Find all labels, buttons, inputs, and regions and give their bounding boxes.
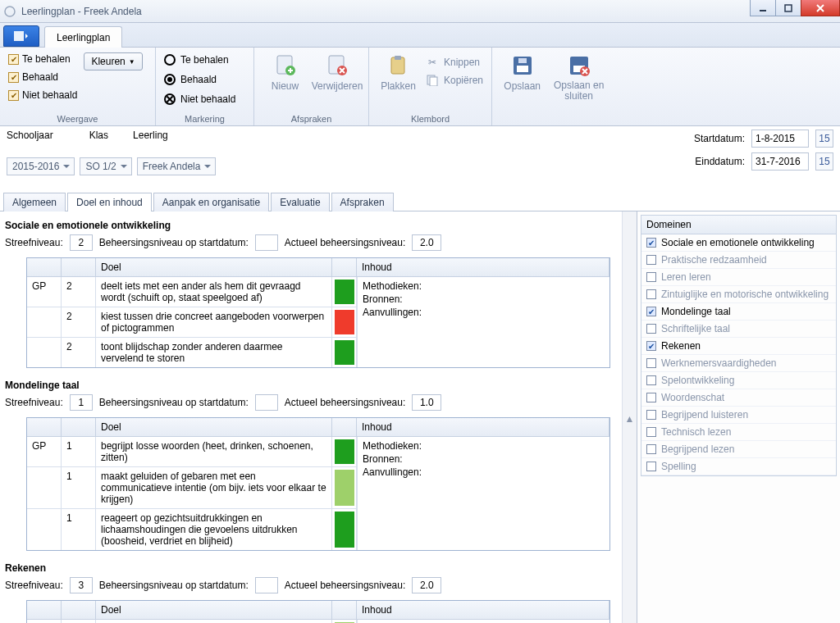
schooljaar-label: Schooljaar [7,130,53,141]
close-button[interactable] [801,0,840,16]
table-row[interactable]: 1maakt geluiden of gebaren met een commu… [27,466,357,508]
minimize-button[interactable] [750,0,776,16]
col-inhoud: Inhoud [357,418,609,436]
tab-algemeen[interactable]: Algemeen [3,193,66,211]
domein-item[interactable]: ✔Mondelinge taal [641,303,836,321]
mark-behaald[interactable]: Behaald [164,70,245,89]
actueel-value: 2.0 [412,577,441,593]
einddatum-label: Einddatum: [695,156,745,167]
tab-doel-inhoud[interactable]: Doel en inhoud [67,193,152,211]
plakken-button[interactable]: Plakken [377,51,419,92]
streefniveau-value: 1 [70,394,93,411]
table-row[interactable]: 1reageert op gezichtsuitdrukkingen en li… [27,508,357,550]
table-row[interactable]: GP2deelt iets met een ander als hem dit … [27,277,357,307]
schooljaar-combo[interactable]: 2015-2016 [7,157,75,175]
domein-item[interactable]: Schriftelijke taal [641,321,836,338]
domein-label: Spelling [661,461,696,472]
status-square [335,340,354,365]
domein-item[interactable]: Spelling [641,458,836,475]
col-inhoud: Inhoud [357,601,609,619]
verwijderen-button[interactable]: Verwijderen [314,51,360,92]
beheer-start-value[interactable] [255,234,278,251]
tab-evaluatie[interactable]: Evaluatie [271,193,329,211]
row-doel: kiest tussen drie concreet aangeboden vo… [96,307,332,337]
svg-rect-3 [14,31,24,41]
checkbox-icon [646,410,656,420]
goal-table: DoelInhoudGP1begrijpt losse woorden (hee… [26,417,610,551]
cut-icon: ✂ [426,56,439,69]
mark-te-behalen[interactable]: Te behalen [164,51,245,69]
domein-item[interactable]: Woordenschat [641,389,836,407]
domein-label: Woordenschat [661,392,724,403]
maximize-button[interactable] [775,0,801,16]
goal-table: DoelInhoudGP2deelt iets met een ander al… [26,257,610,368]
domein-item[interactable]: Technisch lezen [641,424,836,441]
group-markering-label: Markering [164,112,245,124]
filter-bar: Schooljaar Klas Leerling 2015-2016 SO 1/… [0,126,840,187]
domein-item[interactable]: ✔Rekenen [641,338,836,355]
row-doel: reageert op gezichtsuitdrukkingen en lic… [96,509,332,550]
table-row[interactable]: 2toont blijdschap zonder anderen daarmee… [27,337,357,367]
section-title: Sociale en emotionele ontwikkeling [5,220,617,231]
domein-item[interactable]: Begrijpend lezen [641,441,836,458]
checkbox-icon: ✔ [646,341,656,351]
level-row: Streefniveau:1Beheersingsniveau op start… [5,394,617,411]
section-title: Rekenen [5,562,617,574]
inhoud-cell: Methodieken:Bronnen:Aanvullingen: [357,277,609,367]
table-row[interactable]: GP3koppelt getalsymbolen tot en met 5 aa… [27,620,357,623]
beheer-start-value[interactable] [255,394,278,411]
domein-item[interactable]: Spelontwikkeling [641,372,836,389]
ribbon-tab-leerlingplan[interactable]: Leerlingplan [44,26,122,48]
kopieren-button[interactable]: Kopiëren [426,72,483,89]
goal-table: DoelInhoudGP3koppelt getalsymbolen tot e… [26,600,610,623]
chk-te-behalen[interactable]: ✔Te behalen [8,51,77,67]
checkbox-icon [646,444,656,454]
group-afspraken-label: Afspraken [262,112,360,124]
mark-niet-behaald[interactable]: Niet behaald [164,90,245,108]
tab-aanpak[interactable]: Aanpak en organisatie [153,193,269,211]
domein-label: Leren leren [661,271,711,283]
status-square [335,439,354,464]
svg-rect-13 [517,66,528,72]
checkbox-icon [646,324,656,334]
tab-afspraken[interactable]: Afspraken [331,193,394,211]
scrollbar[interactable]: ▲ [622,211,637,623]
group-klembord-label: Klembord [377,112,483,124]
chk-behaald[interactable]: ✔Behaald [8,69,77,85]
domein-item[interactable]: ✔Sociale en emotionele ontwikkeling [641,234,836,252]
row-level: 1 [62,509,96,550]
section-title: Mondelinge taal [5,380,617,391]
beheer-start-value[interactable] [255,577,278,593]
kleuren-button[interactable]: Kleuren▼ [84,52,142,70]
klas-label: Klas [89,130,108,141]
knippen-button[interactable]: ✂Knippen [426,54,483,70]
inhoud-cell: Methodieken:- De Rekenboog - Cijfers en … [357,620,609,623]
nieuw-button[interactable]: Nieuw [262,51,308,92]
domein-item[interactable]: Zintuiglijke en motorische ontwikkeling [641,286,836,303]
checkbox-icon [646,255,656,265]
domeinen-list: ✔Sociale en emotionele ontwikkelingPrakt… [641,234,837,476]
col-inhoud: Inhoud [357,258,609,276]
inhoud-cell: Methodieken:Bronnen:Aanvullingen: [357,437,609,550]
leerling-combo[interactable]: Freek Andela [137,157,217,175]
domein-item[interactable]: Praktische redzaamheid [641,252,836,269]
file-menu-button[interactable] [3,25,39,47]
chk-niet-behaald[interactable]: ✔Niet behaald [8,87,77,103]
domein-item[interactable]: Leren leren [641,269,836,286]
domein-label: Technisch lezen [661,426,731,438]
startdatum-input[interactable]: 1-8-2015 [751,130,809,148]
title-bar: Leerlingplan - Freek Andela [0,0,840,23]
domein-label: Schriftelijke taal [661,323,730,334]
domein-item[interactable]: Begrijpend luisteren [641,407,836,424]
einddatum-input[interactable]: 31-7-2016 [751,152,809,171]
actueel-value: 2.0 [412,234,441,251]
klas-combo[interactable]: SO 1/2 [80,157,131,175]
opslaan-sluiten-button[interactable]: Opslaan en sluiten [550,51,607,102]
domein-item[interactable]: Werknemersvaardigheden [641,355,836,372]
table-row[interactable]: GP1begrijpt losse woorden (heet, drinken… [27,437,357,466]
opslaan-button[interactable]: Opslaan [500,51,544,102]
table-row[interactable]: 2kiest tussen drie concreet aangeboden v… [27,307,357,337]
calendar-icon[interactable]: 15 [815,130,833,148]
calendar-icon[interactable]: 15 [815,152,833,171]
domein-label: Praktische redzaamheid [661,254,767,266]
